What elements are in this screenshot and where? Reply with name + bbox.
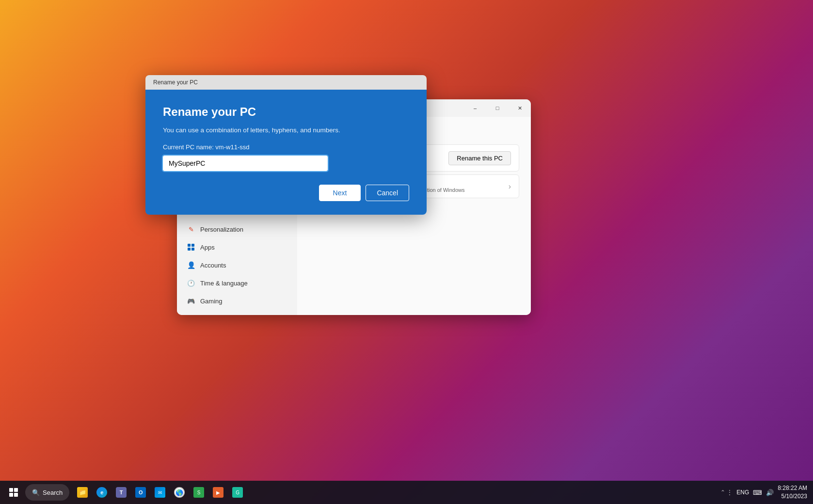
taskbar-search-button[interactable]: 🔍 Search <box>25 484 69 501</box>
start-button[interactable] <box>4 483 23 502</box>
taskbar-app-outlook[interactable]: O <box>131 483 150 502</box>
taskbar-search-label: Search <box>43 489 63 496</box>
current-pc-name-label: Current PC name: vm-w11-ssd <box>163 143 409 151</box>
taskbar-app-extra3[interactable]: G <box>228 483 247 502</box>
rename-dialog: Rename your PC Rename your PC You can us… <box>145 75 427 215</box>
taskbar-app-chrome[interactable]: 🌎 <box>170 483 189 502</box>
taskbar: 🔍 Search 📁 e T <box>0 481 813 504</box>
rename-dialog-buttons: Next Cancel <box>163 185 409 201</box>
windows-logo-icon <box>9 488 18 497</box>
clock-time: 8:28:22 AM <box>778 484 807 492</box>
taskbar-app-file-explorer[interactable]: 📁 <box>73 483 92 502</box>
rename-dialog-heading: Rename your PC <box>163 105 409 119</box>
new-pc-name-input[interactable] <box>163 156 328 171</box>
taskbar-apps: 📁 e T O <box>73 483 247 502</box>
taskbar-right: ⌃ ⋮ ENG ⌨ 🔊 8:28:22 AM 5/10/2023 <box>720 484 813 501</box>
system-tray-icons: ⌃ ⋮ <box>720 489 733 496</box>
rename-dialog-body: Rename your PC You can use a combination… <box>145 90 427 215</box>
language-indicator: ENG <box>736 489 749 496</box>
volume-tray-icon: 🔊 <box>766 489 774 496</box>
rename-dialog-description: You can use a combination of letters, hy… <box>163 126 409 134</box>
network-tray-icon: ⌨ <box>753 489 762 496</box>
clock-date: 5/10/2023 <box>778 492 807 501</box>
rename-dialog-titlebar: Rename your PC <box>145 75 427 90</box>
taskbar-time-date[interactable]: 8:28:22 AM 5/10/2023 <box>778 484 807 501</box>
rename-dialog-title-label: Rename your PC <box>153 79 198 86</box>
taskbar-app-extra2[interactable]: ▶ <box>209 483 227 502</box>
taskbar-app-edge[interactable]: e <box>93 483 111 502</box>
rename-dialog-backdrop: Rename your PC Rename your PC You can us… <box>0 0 813 504</box>
taskbar-app-mail[interactable]: ✉ <box>151 483 169 502</box>
next-button[interactable]: Next <box>319 185 361 201</box>
taskbar-search-icon: 🔍 <box>32 489 40 496</box>
cancel-button[interactable]: Cancel <box>366 185 409 201</box>
desktop: ← Settings – □ ✕ <box>0 0 813 504</box>
taskbar-app-teams[interactable]: T <box>112 483 130 502</box>
taskbar-app-extra1[interactable]: S <box>190 483 208 502</box>
